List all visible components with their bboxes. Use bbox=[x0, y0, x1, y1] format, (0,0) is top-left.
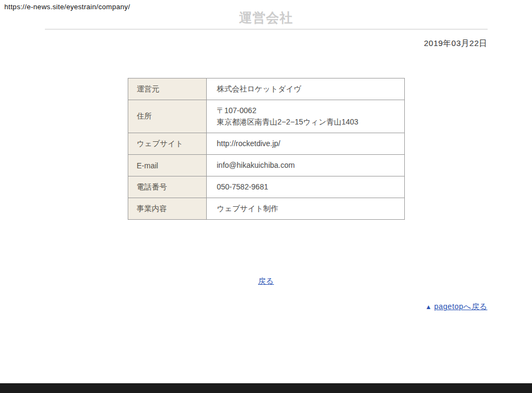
pagetop-link-label: pagetopへ戻る bbox=[434, 302, 487, 311]
row-value-business: ウェブサイト制作 bbox=[217, 203, 399, 214]
row-value-phone: 050-7582-9681 bbox=[217, 181, 399, 193]
back-link-container: 戻る bbox=[45, 276, 488, 286]
row-value-address: 東京都港区南青山2−2−15ウィン青山1403 bbox=[217, 116, 399, 128]
up-triangle-icon: ▲ bbox=[425, 303, 432, 311]
row-label-phone: 電話番号 bbox=[128, 176, 206, 198]
footer-bar bbox=[0, 383, 532, 393]
row-label-website: ウェブサイト bbox=[128, 133, 206, 155]
row-label-email: E-mail bbox=[128, 155, 206, 176]
pagetop-link[interactable]: ▲pagetopへ戻る bbox=[425, 302, 488, 311]
row-label-business: 事業内容 bbox=[128, 198, 206, 220]
row-value-email: info@hikakuichiba.com bbox=[217, 160, 399, 171]
row-value-website: http://rocketdive.jp/ bbox=[217, 138, 399, 149]
date-label: 2019年03月22日 bbox=[45, 38, 488, 49]
title-divider bbox=[45, 29, 488, 30]
table-row: 電話番号 050-7582-9681 bbox=[128, 176, 404, 198]
table-row: 住所 〒107-0062 東京都港区南青山2−2−15ウィン青山1403 bbox=[128, 100, 404, 133]
company-info-table: 運営元 株式会社ロケットダイヴ 住所 〒107-0062 東京都港区南青山2−2… bbox=[128, 78, 405, 220]
row-value-operator: 株式会社ロケットダイヴ bbox=[217, 83, 399, 95]
row-value-postal-code: 〒107-0062 bbox=[217, 105, 399, 116]
content-container: 運営会社 2019年03月22日 運営元 株式会社ロケットダイヴ 住所 〒107… bbox=[45, 11, 488, 312]
row-label-address: 住所 bbox=[128, 100, 206, 133]
table-row: ウェブサイト http://rocketdive.jp/ bbox=[128, 133, 404, 155]
table-row: 運営元 株式会社ロケットダイヴ bbox=[128, 78, 404, 100]
pagetop-container: ▲pagetopへ戻る bbox=[45, 302, 488, 312]
table-row: 事業内容 ウェブサイト制作 bbox=[128, 198, 404, 220]
row-label-operator: 運営元 bbox=[128, 78, 206, 100]
page-title: 運営会社 bbox=[45, 11, 488, 25]
page-url-text: https://e-news.site/eyestrain/company/ bbox=[4, 3, 130, 11]
table-row: E-mail info@hikakuichiba.com bbox=[128, 155, 404, 176]
back-link[interactable]: 戻る bbox=[258, 277, 274, 285]
